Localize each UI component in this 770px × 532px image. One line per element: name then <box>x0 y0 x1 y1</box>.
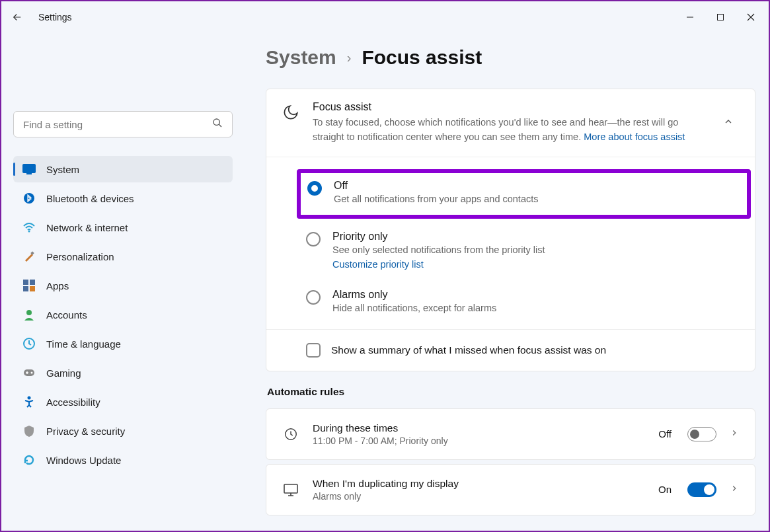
rule-toggle[interactable] <box>687 427 716 441</box>
rule-state-label: Off <box>658 428 672 439</box>
radio-priority[interactable]: Priority only See only selected notifica… <box>266 221 755 280</box>
rule-duplicating-display[interactable]: When I'm duplicating my display Alarms o… <box>266 464 755 515</box>
svg-point-13 <box>26 310 32 315</box>
update-icon <box>22 453 36 467</box>
rule-state-label: On <box>658 484 672 495</box>
sidebar-item-system[interactable]: System <box>13 156 233 182</box>
svg-point-6 <box>24 193 34 204</box>
svg-rect-8 <box>30 251 34 255</box>
chevron-right-icon[interactable] <box>730 428 739 440</box>
radio-label: Alarms only <box>332 289 735 301</box>
svg-rect-10 <box>30 280 35 285</box>
svg-rect-15 <box>24 369 34 376</box>
svg-rect-9 <box>23 280 28 285</box>
back-button[interactable] <box>4 4 30 30</box>
main-content: System › Focus assist Focus assist To st… <box>239 33 769 531</box>
card-description: To stay focused, choose which notificati… <box>313 116 710 145</box>
radio-button-icon[interactable] <box>306 290 321 305</box>
summary-checkbox-row[interactable]: Show a summary of what I missed when foc… <box>266 329 755 371</box>
svg-rect-1 <box>718 15 724 20</box>
sidebar-item-label: Apps <box>46 280 69 291</box>
shield-icon <box>22 424 36 437</box>
customize-priority-link[interactable]: Customize priority list <box>332 259 424 270</box>
sidebar-item-label: Accounts <box>46 309 87 321</box>
svg-rect-5 <box>26 173 32 174</box>
svg-point-16 <box>31 372 33 374</box>
svg-rect-19 <box>284 484 297 493</box>
svg-point-7 <box>28 231 30 233</box>
clock-globe-icon <box>22 337 36 350</box>
wifi-icon <box>22 221 36 234</box>
sidebar-item-network[interactable]: Network & internet <box>13 214 233 241</box>
nav-list: System Bluetooth & devices Network & int… <box>13 156 233 473</box>
sidebar: System Bluetooth & devices Network & int… <box>1 33 239 531</box>
svg-rect-4 <box>22 164 36 173</box>
sidebar-item-label: Windows Update <box>46 455 121 466</box>
moon-icon <box>282 104 299 121</box>
sidebar-item-personalization[interactable]: Personalization <box>13 243 233 270</box>
svg-point-2 <box>213 119 219 125</box>
display-icon <box>22 163 36 176</box>
sidebar-item-privacy[interactable]: Privacy & security <box>13 418 233 444</box>
chevron-up-icon[interactable] <box>723 116 739 130</box>
maximize-button[interactable] <box>705 4 736 30</box>
radio-button-icon[interactable] <box>306 232 321 247</box>
automatic-rules-heading: Automatic rules <box>267 386 755 398</box>
focus-mode-radiogroup: Off Get all notifications from your apps… <box>266 157 755 329</box>
sidebar-item-label: Privacy & security <box>46 426 125 437</box>
sidebar-item-label: Accessibility <box>46 397 100 408</box>
sidebar-item-accounts[interactable]: Accounts <box>13 301 233 328</box>
window-title: Settings <box>38 12 72 22</box>
radio-label: Off <box>334 180 727 192</box>
rule-title: When I'm duplicating my display <box>313 478 645 490</box>
more-about-link[interactable]: More about focus assist <box>584 132 685 142</box>
checkbox-label: Show a summary of what I missed when foc… <box>331 344 606 356</box>
maximize-icon <box>716 13 724 21</box>
focus-assist-card: Focus assist To stay focused, choose whi… <box>266 89 755 371</box>
sidebar-item-bluetooth[interactable]: Bluetooth & devices <box>13 185 233 211</box>
sidebar-item-label: Time & language <box>46 338 121 350</box>
rule-description: 11:00 PM - 7:00 AM; Priority only <box>313 436 645 446</box>
minimize-icon <box>686 13 694 21</box>
radio-alarms[interactable]: Alarms only Hide all notifications, exce… <box>266 280 755 323</box>
search-icon <box>212 118 223 131</box>
sidebar-item-label: Gaming <box>46 367 81 379</box>
apps-icon <box>22 279 36 292</box>
chevron-right-icon[interactable] <box>730 484 739 496</box>
rule-during-times[interactable]: During these times 11:00 PM - 7:00 AM; P… <box>266 408 755 460</box>
gamepad-icon <box>22 366 36 379</box>
radio-description: See only selected notifications from the… <box>332 245 735 255</box>
sidebar-item-label: Bluetooth & devices <box>46 193 134 204</box>
titlebar: Settings <box>1 1 769 33</box>
account-icon <box>22 308 36 321</box>
minimize-button[interactable] <box>675 4 705 30</box>
sidebar-item-accessibility[interactable]: Accessibility <box>13 389 233 415</box>
arrow-left-icon <box>11 11 23 23</box>
sidebar-item-gaming[interactable]: Gaming <box>13 360 233 386</box>
page-title: Focus assist <box>362 46 482 69</box>
accessibility-icon <box>22 395 36 408</box>
breadcrumb: System › Focus assist <box>266 46 755 69</box>
clock-icon <box>282 427 299 441</box>
checkbox-icon[interactable] <box>306 343 321 358</box>
rule-description: Alarms only <box>313 491 645 502</box>
brush-icon <box>22 250 36 263</box>
radio-description: Get all notifications from your apps and… <box>334 194 727 204</box>
radio-off[interactable]: Off Get all notifications from your apps… <box>297 169 751 219</box>
rule-toggle[interactable] <box>687 482 716 497</box>
card-header[interactable]: Focus assist To stay focused, choose whi… <box>266 89 755 157</box>
breadcrumb-parent[interactable]: System <box>266 46 336 69</box>
radio-label: Priority only <box>332 231 735 243</box>
radio-button-icon[interactable] <box>307 181 322 196</box>
svg-rect-12 <box>30 286 35 291</box>
svg-point-17 <box>28 397 31 400</box>
rule-title: During these times <box>313 422 645 434</box>
sidebar-item-label: Network & internet <box>46 222 128 233</box>
sidebar-item-time[interactable]: Time & language <box>13 330 233 357</box>
close-button[interactable] <box>736 4 766 30</box>
sidebar-item-apps[interactable]: Apps <box>13 272 233 299</box>
search-input[interactable] <box>23 119 212 130</box>
sidebar-item-label: System <box>46 164 79 175</box>
search-box[interactable] <box>13 111 233 137</box>
sidebar-item-update[interactable]: Windows Update <box>13 447 233 473</box>
